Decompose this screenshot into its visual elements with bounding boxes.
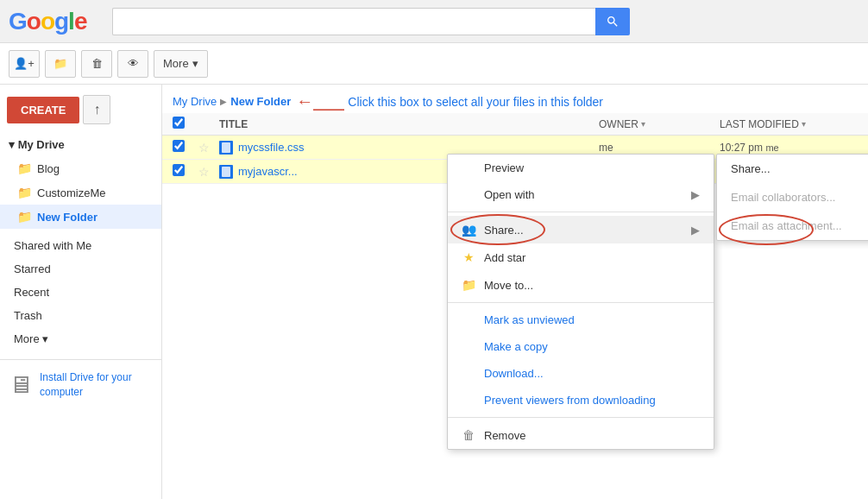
header-title-col: TITLE: [219, 117, 599, 130]
star-menu-icon: ★: [462, 250, 475, 264]
install-link[interactable]: Install Drive for your computer: [40, 370, 153, 400]
sidebar: CREATE ↑ ▾ My Drive 📁 Blog 📁 CustomizeMe…: [0, 85, 162, 499]
menu-divider-1: [448, 212, 714, 212]
file-checkbox-2[interactable]: [173, 164, 185, 176]
remove-icon: 🗑: [462, 428, 475, 442]
file-list-header: TITLE OWNER ▾ LAST MODIFIED ▾: [162, 113, 868, 136]
header-modified-col: LAST MODIFIED ▾: [720, 118, 858, 130]
my-drive-header[interactable]: ▾ My Drive: [0, 133, 161, 156]
search-container: [112, 8, 630, 35]
delete-button[interactable]: 🗑: [81, 50, 112, 78]
select-hint: Click this box to select all your files …: [348, 95, 603, 109]
menu-item-share[interactable]: 👥 Share... ▶: [448, 216, 714, 243]
submenu-item-email-attach: Email as attachment...: [717, 212, 868, 240]
sidebar-item-new-folder[interactable]: 📁 New Folder: [0, 205, 161, 229]
breadcrumb-row: My Drive ▶ New Folder ←⎯⎯⎯ Click this bo…: [162, 85, 868, 113]
file-name-1[interactable]: mycssfile.css: [238, 141, 599, 154]
js-file-icon: [219, 165, 233, 179]
google-logo: Google: [9, 8, 86, 35]
chevron-down-icon: ▾: [192, 57, 198, 70]
menu-item-make-copy[interactable]: Make a copy: [448, 333, 714, 360]
star-icon-1[interactable]: ☆: [198, 141, 210, 155]
menu-divider-2: [448, 302, 714, 303]
folder-button[interactable]: 📁: [45, 50, 76, 78]
menu-divider-3: [448, 417, 714, 418]
share-submenu: Share... Email collaborators... Email as…: [716, 154, 868, 241]
menu-item-open-with[interactable]: Open with ▶: [448, 181, 714, 208]
file-info-1: mycssfile.css: [219, 141, 599, 155]
install-section: 🖥 Install Drive for your computer: [0, 359, 161, 410]
more-label: More: [163, 57, 189, 70]
breadcrumb-current: New Folder: [230, 95, 291, 108]
folder-icon: 📁: [17, 186, 32, 199]
menu-item-move-to[interactable]: 📁 Move to...: [448, 271, 714, 299]
menu-item-add-star[interactable]: ★ Add star: [448, 243, 714, 271]
sidebar-item-recent[interactable]: Recent: [0, 281, 161, 304]
menu-item-mark-unviewed[interactable]: Mark as unviewed: [448, 306, 714, 333]
folder-icon: 📁: [17, 161, 32, 175]
eye-icon: 👁: [128, 57, 139, 70]
trash-icon: 🗑: [91, 57, 103, 70]
open-with-arrow: ▶: [691, 188, 700, 201]
title-col-label: TITLE: [219, 118, 248, 130]
header-check-col: [173, 117, 198, 131]
search-button[interactable]: [595, 8, 630, 35]
folder-icon: 📁: [53, 57, 67, 70]
breadcrumb-root[interactable]: My Drive: [173, 95, 217, 108]
owner-col-label: OWNER: [599, 118, 638, 130]
sidebar-item-shared[interactable]: Shared with Me: [0, 234, 161, 257]
preview-button[interactable]: 👁: [117, 50, 148, 78]
content-area: My Drive ▶ New Folder ←⎯⎯⎯ Click this bo…: [162, 85, 868, 499]
triangle-icon: ▾: [9, 138, 15, 151]
share-icon: 👥: [462, 223, 475, 237]
folder-icon: 📁: [17, 210, 32, 224]
submenu-item-share[interactable]: Share...: [717, 155, 868, 183]
css-file-icon: [219, 141, 233, 155]
red-arrow: ←⎯⎯⎯: [296, 92, 344, 111]
sidebar-item-trash[interactable]: Trash: [0, 304, 161, 327]
actionbar: 👤+ 📁 🗑 👁 More ▾: [0, 43, 868, 85]
header-owner-col: OWNER ▾: [599, 118, 720, 130]
hdd-icon: 🖥: [9, 370, 33, 399]
select-all-checkbox[interactable]: [173, 117, 185, 129]
menu-item-preview[interactable]: Preview: [448, 155, 714, 181]
sidebar-item-customizeme[interactable]: 📁 CustomizeMe: [0, 180, 161, 205]
create-button[interactable]: CREATE: [7, 97, 79, 123]
upload-button[interactable]: ↑: [83, 95, 110, 124]
folder-menu-icon: 📁: [462, 278, 475, 292]
star-icon-2[interactable]: ☆: [198, 165, 210, 179]
file-modified-1: 10:27 pm me: [720, 142, 858, 154]
add-people-button[interactable]: 👤+: [9, 50, 40, 78]
menu-item-download[interactable]: Download...: [448, 360, 714, 387]
sidebar-item-more[interactable]: More ▾: [0, 327, 161, 351]
breadcrumb-separator: ▶: [220, 97, 227, 106]
sidebar-item-starred[interactable]: Starred: [0, 257, 161, 281]
menu-item-prevent-download[interactable]: Prevent viewers from downloading: [448, 387, 714, 414]
topbar: Google: [0, 0, 868, 43]
create-section: CREATE ↑: [7, 95, 154, 124]
modified-sort-icon: ▾: [802, 119, 806, 129]
modified-col-label: LAST MODIFIED: [720, 118, 799, 130]
more-button[interactable]: More ▾: [154, 50, 208, 78]
menu-item-remove[interactable]: 🗑 Remove: [448, 421, 714, 449]
search-icon: [606, 15, 620, 28]
search-input[interactable]: [112, 8, 595, 35]
file-checkbox-1[interactable]: [173, 140, 185, 152]
add-person-icon: 👤+: [14, 57, 35, 70]
file-owner-1: me: [599, 142, 720, 154]
context-menu: Preview Open with ▶ 👥 Share... ▶ ★ Add s…: [447, 154, 714, 450]
main-layout: CREATE ↑ ▾ My Drive 📁 Blog 📁 CustomizeMe…: [0, 85, 868, 499]
share-arrow: ▶: [691, 224, 700, 237]
upload-icon: ↑: [93, 102, 100, 117]
owner-sort-icon: ▾: [641, 119, 645, 129]
sidebar-item-blog[interactable]: 📁 Blog: [0, 156, 161, 180]
submenu-item-email-collab: Email collaborators...: [717, 183, 868, 212]
